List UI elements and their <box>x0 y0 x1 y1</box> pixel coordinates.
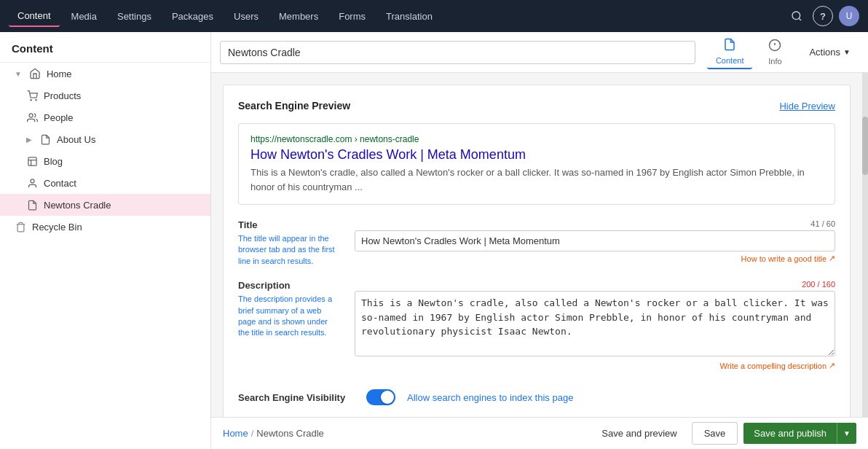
svg-point-8 <box>31 179 34 182</box>
people-icon <box>26 112 38 123</box>
write-compelling-description-link[interactable]: Write a compelling description ↗ <box>355 361 835 370</box>
preview-description: This is a Newton's cradle, also called a… <box>250 165 823 194</box>
description-hint: The description provides a brief summary… <box>238 294 340 339</box>
help-icon[interactable]: ? <box>813 6 833 26</box>
nav-item-translation[interactable]: Translation <box>377 7 441 26</box>
toggle-home[interactable]: ▼ <box>15 70 22 78</box>
right-scrollbar[interactable] <box>862 73 868 417</box>
google-preview-box: https://newtonscradle.com › newtons-crad… <box>238 123 835 205</box>
actions-label: Actions <box>809 47 840 58</box>
breadcrumb-home-link[interactable]: Home <box>223 428 248 439</box>
description-textarea[interactable]: This is a Newton's cradle, also called a… <box>355 291 835 356</box>
toggle-about[interactable]: ▶ <box>26 136 32 144</box>
sidebar-label-blog: Blog <box>44 156 199 167</box>
header-tabs: Content Info <box>707 35 795 69</box>
footer-actions: Save and preview Save Save and publish ▼ <box>593 422 856 445</box>
footer: Home / Newtons Cradle Save and preview S… <box>211 417 868 449</box>
publish-dropdown-button[interactable]: ▼ <box>837 423 856 444</box>
title-field-row: Title The title will appear in the brows… <box>238 219 835 267</box>
user-avatar[interactable]: U <box>839 6 859 26</box>
preview-title: How Newton's Cradles Work | Meta Momentu… <box>250 147 823 163</box>
publish-dropdown-icon: ▼ <box>843 429 851 437</box>
title-hint: The title will appear in the browser tab… <box>238 233 340 267</box>
external-link-icon2: ↗ <box>829 361 835 370</box>
visibility-row: Search Engine Visibility Allow search en… <box>238 383 835 405</box>
sidebar-item-blog[interactable]: Blog <box>0 150 210 172</box>
info-tab-label: Info <box>768 57 781 66</box>
breadcrumb-current-page: Newtons Cradle <box>256 428 324 439</box>
tab-content[interactable]: Content <box>707 35 753 69</box>
save-button[interactable]: Save <box>692 422 738 445</box>
recycle-bin-icon <box>15 221 26 233</box>
save-and-publish-button[interactable]: Save and publish <box>743 423 837 444</box>
visibility-description: Allow search engines to index this page <box>407 392 573 403</box>
sidebar-item-newtons-cradle[interactable]: Newtons Cradle <box>0 194 210 216</box>
nav-item-users[interactable]: Users <box>225 7 267 26</box>
nav-icon-group: ? U <box>786 6 859 26</box>
page-title-input[interactable] <box>220 41 695 64</box>
content-tab-label: Content <box>716 56 744 65</box>
search-icon[interactable] <box>786 6 807 26</box>
sidebar-label-contact: Contact <box>44 178 199 189</box>
breadcrumb: Home / Newtons Cradle <box>223 428 593 439</box>
title-label: Title <box>238 219 340 230</box>
sidebar-label-home: Home <box>47 69 199 79</box>
title-counter: 41 / 60 <box>355 219 835 228</box>
sidebar-item-about-us[interactable]: ▶ About Us <box>0 128 210 150</box>
content-scroll-area[interactable]: Search Engine Preview Hide Preview https… <box>211 73 862 417</box>
visibility-label: Search Engine Visibility <box>238 392 355 403</box>
svg-point-4 <box>29 113 33 117</box>
about-icon <box>39 133 51 145</box>
sidebar-label-about: About Us <box>57 134 199 145</box>
sidebar-label-people: People <box>44 112 199 123</box>
svg-line-1 <box>799 18 801 20</box>
sidebar-item-contact[interactable]: Contact <box>0 172 210 194</box>
products-icon <box>26 90 38 101</box>
nav-item-media[interactable]: Media <box>63 7 106 26</box>
save-preview-button[interactable]: Save and preview <box>593 423 685 444</box>
external-link-icon: ↗ <box>829 254 835 263</box>
scrollbar-thumb <box>862 117 868 175</box>
svg-rect-5 <box>28 157 36 165</box>
content-header: Content Info Actions ▼ <box>211 32 868 73</box>
main-layout: Content ▼ Home Products People ▶ <box>0 32 868 449</box>
tab-info[interactable]: Info <box>755 36 794 69</box>
main-content: Content Info Actions ▼ <box>211 32 868 449</box>
description-field-control: 200 / 160 This is a Newton's cradle, als… <box>355 280 835 370</box>
home-icon <box>29 68 41 79</box>
visibility-toggle[interactable] <box>366 389 395 405</box>
seo-section-header: Search Engine Preview Hide Preview <box>238 100 835 112</box>
top-navigation: Content Media Settings Packages Users Me… <box>0 0 868 32</box>
content-tab-icon <box>723 38 736 54</box>
sidebar-item-products[interactable]: Products <box>0 85 210 106</box>
actions-dropdown-icon: ▼ <box>843 48 851 56</box>
write-compelling-label: Write a compelling description <box>719 362 826 370</box>
write-good-title-link[interactable]: How to write a good title ↗ <box>355 254 835 263</box>
nav-item-forms[interactable]: Forms <box>330 7 374 26</box>
svg-point-3 <box>35 99 36 100</box>
hide-preview-link[interactable]: Hide Preview <box>779 101 835 112</box>
description-label: Description <box>238 280 340 291</box>
sidebar-item-recycle-bin[interactable]: Recycle Bin <box>0 216 210 238</box>
sidebar-label-newtons-cradle: Newtons Cradle <box>44 200 199 211</box>
blog-icon <box>26 155 38 167</box>
description-field-row: Description The description provides a b… <box>238 280 835 370</box>
sidebar-item-people[interactable]: People <box>0 106 210 128</box>
description-field-info: Description The description provides a b… <box>238 280 340 339</box>
svg-point-2 <box>31 99 31 100</box>
actions-button[interactable]: Actions ▼ <box>800 42 859 62</box>
title-field-control: 41 / 60 How to write a good title ↗ <box>355 219 835 263</box>
sidebar-item-home[interactable]: ▼ Home <box>0 63 210 85</box>
nav-item-content[interactable]: Content <box>9 6 60 27</box>
title-input[interactable] <box>355 230 835 251</box>
svg-point-0 <box>792 12 800 20</box>
page-icon <box>26 199 38 211</box>
nav-item-settings[interactable]: Settings <box>108 7 160 26</box>
nav-item-members[interactable]: Members <box>270 7 327 26</box>
sidebar-label-recycle-bin: Recycle Bin <box>32 222 199 233</box>
write-good-title-label: How to write a good title <box>741 254 826 263</box>
preview-url: https://newtonscradle.com › newtons-crad… <box>250 134 823 144</box>
info-tab-icon <box>768 39 781 55</box>
nav-item-packages[interactable]: Packages <box>163 7 222 26</box>
description-counter: 200 / 160 <box>355 280 835 289</box>
